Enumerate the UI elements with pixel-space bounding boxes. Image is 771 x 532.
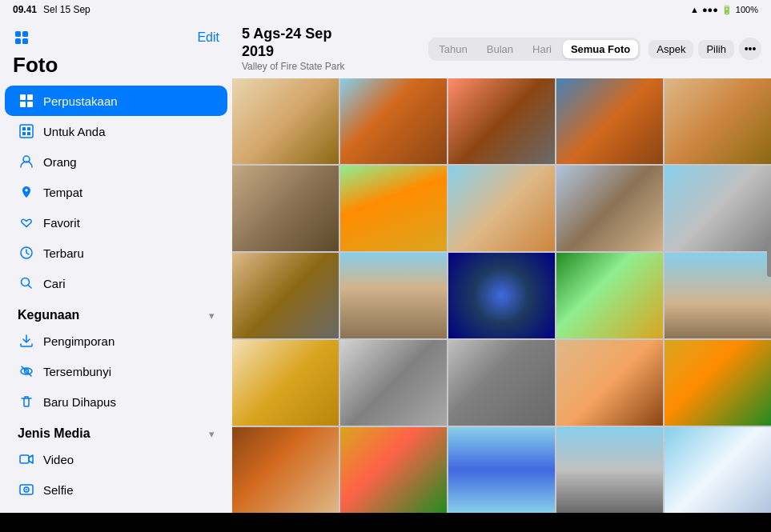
photo-cell[interactable]	[556, 427, 663, 513]
photo-cell[interactable]	[232, 166, 339, 251]
photo-cell[interactable]	[556, 253, 663, 338]
photo-cell[interactable]	[556, 166, 663, 251]
orang-icon	[18, 153, 35, 170]
cari-icon	[18, 274, 35, 292]
status-bar: 09.41 Sel 15 Sep ▲ ●●● 🔋 100%	[0, 0, 771, 19]
photo-cell[interactable]	[340, 427, 447, 513]
kegunaan-chevron: ▾	[209, 310, 215, 322]
svg-rect-5	[27, 94, 33, 100]
photo-cell[interactable]	[232, 78, 339, 164]
view-tabs: Tahun Bulan Hari Semua Foto	[428, 38, 640, 61]
svg-point-21	[26, 489, 27, 490]
sidebar-item-baru-dihapus[interactable]: Baru Dihapus	[5, 386, 227, 417]
sidebar-item-live-photos[interactable]: Live Photos	[5, 505, 227, 513]
terbaru-icon	[18, 244, 35, 262]
photo-cell[interactable]	[665, 340, 771, 426]
sidebar-item-orang[interactable]: Orang	[5, 146, 227, 177]
pengimporan-icon	[18, 332, 35, 350]
location-label: Valley of Fire State Park	[242, 61, 428, 72]
photo-cell[interactable]	[340, 340, 447, 426]
tersembunyi-icon	[18, 362, 35, 380]
sidebar-item-pengimporan[interactable]: Pengimporan	[5, 326, 227, 356]
photo-cell[interactable]	[665, 78, 771, 164]
sidebar-item-selfie[interactable]: Selfie	[5, 474, 227, 505]
tab-tahun[interactable]: Tahun	[431, 40, 475, 58]
sidebar-item-untuk-anda[interactable]: Untuk Anda	[5, 116, 227, 146]
photo-cell[interactable]	[232, 427, 339, 513]
photo-cell[interactable]	[340, 253, 447, 338]
baru-dihapus-icon	[18, 393, 35, 410]
photo-cell[interactable]	[556, 340, 663, 426]
svg-rect-3	[22, 38, 28, 44]
photo-cell[interactable]	[665, 253, 771, 338]
photo-grid	[232, 78, 771, 513]
date-range: 5 Ags-24 Sep 2019	[242, 26, 428, 60]
sidebar-item-perpustakaan[interactable]: Perpustakaan	[5, 86, 227, 116]
sidebar-item-cari[interactable]: Cari	[5, 268, 227, 298]
pilih-button[interactable]: Pilih	[698, 40, 734, 58]
sidebar: Edit Foto Perpustakaan	[0, 19, 232, 513]
action-buttons: Aspek Pilih •••	[649, 38, 761, 60]
sidebar-item-label: Baru Dihapus	[43, 395, 116, 409]
tab-semua-foto[interactable]: Semua Foto	[563, 40, 638, 58]
svg-rect-12	[27, 132, 30, 135]
photo-cell[interactable]	[340, 78, 447, 164]
sidebar-item-label: Tersembunyi	[43, 365, 111, 378]
tempat-icon	[18, 183, 35, 201]
svg-rect-2	[15, 38, 21, 44]
sidebar-item-tersembunyi[interactable]: Tersembunyi	[5, 356, 227, 386]
sidebar-item-label: Selfie	[43, 483, 74, 497]
jenis-media-chevron: ▾	[209, 428, 215, 440]
sidebar-item-label: Tempat	[43, 186, 82, 199]
date-info: 5 Ags-24 Sep 2019 Valley of Fire State P…	[242, 26, 428, 72]
selfie-icon	[18, 481, 35, 498]
live-photos-icon	[18, 511, 35, 513]
battery-icon: 🔋	[721, 5, 733, 15]
sidebar-item-tempat[interactable]: Tempat	[5, 177, 227, 207]
photo-cell[interactable]	[665, 166, 771, 251]
photo-cell[interactable]	[232, 340, 339, 426]
svg-rect-18	[20, 455, 29, 463]
sidebar-item-favorit[interactable]: Favorit	[5, 207, 227, 238]
app-title: Foto	[0, 51, 232, 86]
signal-icon: ●●●	[702, 5, 718, 14]
photo-cell[interactable]	[665, 427, 771, 513]
photo-cell[interactable]	[448, 166, 555, 251]
sidebar-item-label: Perpustakaan	[43, 94, 118, 108]
photo-cell[interactable]	[448, 427, 555, 513]
photo-cell[interactable]	[232, 253, 339, 338]
svg-rect-8	[20, 125, 33, 138]
photo-cell[interactable]	[448, 78, 555, 164]
svg-rect-6	[20, 102, 26, 107]
status-time: 09.41	[13, 4, 37, 15]
more-button[interactable]: •••	[739, 38, 761, 60]
sidebar-item-terbaru[interactable]: Terbaru	[5, 238, 227, 268]
sidebar-item-label: Cari	[43, 277, 66, 290]
status-date: Sel 15 Sep	[43, 4, 90, 15]
svg-rect-11	[22, 132, 26, 135]
kegunaan-section-header[interactable]: Kegunaan ▾	[5, 298, 227, 326]
photo-cell[interactable]	[556, 78, 663, 164]
photo-cell[interactable]	[340, 166, 447, 251]
svg-rect-10	[27, 127, 30, 130]
tab-hari[interactable]: Hari	[524, 40, 560, 58]
sidebar-item-label: Video	[43, 453, 74, 466]
main-photo-area: 5 Ags-24 Sep 2019 Valley of Fire State P…	[232, 19, 771, 513]
svg-rect-1	[22, 31, 28, 37]
photo-cell[interactable]	[448, 340, 555, 426]
sidebar-item-label: Untuk Anda	[43, 125, 106, 138]
sidebar-item-label: Pengimporan	[43, 334, 114, 348]
top-bar: 5 Ags-24 Sep 2019 Valley of Fire State P…	[232, 19, 771, 78]
tab-bulan[interactable]: Bulan	[479, 40, 521, 58]
photo-cell[interactable]	[448, 253, 555, 338]
sidebar-toggle-icon[interactable]	[13, 29, 30, 46]
edit-button[interactable]: Edit	[197, 30, 219, 45]
aspek-button[interactable]: Aspek	[649, 40, 693, 58]
status-icons: ▲ ●●● 🔋 100%	[690, 5, 758, 15]
sidebar-item-video[interactable]: Video	[5, 444, 227, 474]
home-indicator	[767, 237, 771, 277]
svg-rect-0	[15, 31, 21, 37]
sidebar-item-label: Terbaru	[43, 246, 84, 260]
jenis-media-section-header[interactable]: Jenis Media ▾	[5, 417, 227, 444]
favorit-icon	[18, 214, 35, 231]
